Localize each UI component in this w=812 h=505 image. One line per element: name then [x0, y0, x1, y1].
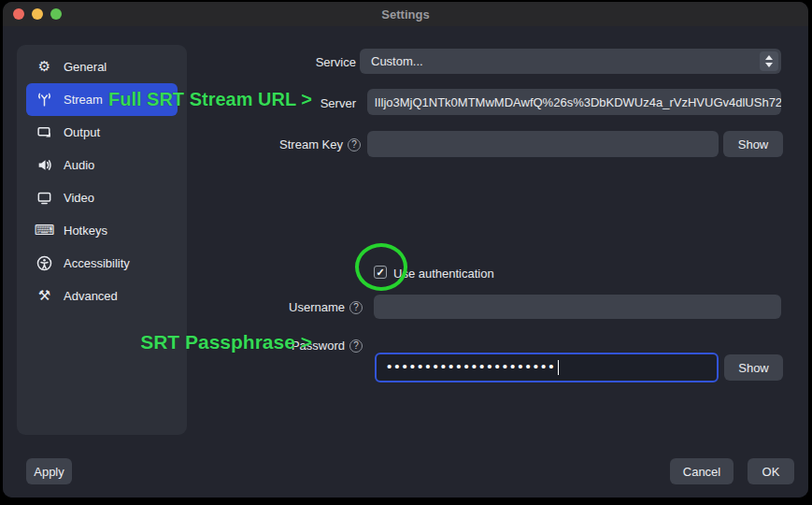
sidebar-item-accessibility[interactable]: Accessibility: [26, 247, 178, 280]
stream-key-labelwrap: Stream Key ?: [279, 137, 361, 152]
accessibility-icon: [36, 254, 53, 272]
password-annotation: SRT Passphrase >: [140, 331, 312, 354]
username-labelwrap: Username ?: [289, 300, 363, 314]
traffic-lights: [13, 8, 62, 20]
minimize-window-button[interactable]: [32, 8, 43, 20]
stream-key-show-button[interactable]: Show: [723, 131, 783, 157]
output-icon: [36, 123, 53, 141]
sidebar-item-video[interactable]: Video: [26, 181, 178, 214]
close-window-button[interactable]: [13, 8, 24, 20]
sidebar-item-label: Stream: [64, 93, 103, 107]
tools-icon: ⚒: [36, 287, 53, 305]
username-input[interactable]: [374, 295, 781, 319]
checkbox-highlight-circle: [355, 243, 407, 291]
chevron-up-down-icon[interactable]: [760, 51, 778, 71]
sidebar-item-hotkeys[interactable]: ⌨ Hotkeys: [26, 214, 178, 247]
service-label: Service: [316, 55, 356, 69]
sidebar-item-label: Hotkeys: [64, 224, 107, 238]
help-icon[interactable]: ?: [349, 301, 363, 314]
text-caret: [558, 360, 560, 375]
sidebar-item-label: Output: [64, 125, 100, 139]
server-input[interactable]: lIljo3MjQ1NTk0MTMwMDAwfQ%26s%3DbKDWUz4a_…: [367, 89, 781, 115]
help-icon[interactable]: ?: [348, 138, 361, 152]
username-label: Username: [289, 300, 345, 314]
cancel-button[interactable]: Cancel: [670, 458, 734, 484]
keyboard-icon: ⌨: [36, 222, 53, 239]
sidebar-item-label: General: [64, 60, 107, 74]
sidebar-item-output[interactable]: Output: [26, 116, 178, 149]
sidebar-item-advanced[interactable]: ⚒ Advanced: [26, 280, 178, 312]
stream-key-input[interactable]: [367, 131, 719, 157]
sidebar-item-general[interactable]: ⚙ General: [26, 50, 178, 83]
sidebar-item-label: Accessibility: [64, 256, 130, 270]
speaker-icon: [36, 156, 53, 174]
help-icon[interactable]: ?: [349, 339, 363, 353]
gear-icon: ⚙: [36, 58, 53, 76]
ok-button[interactable]: OK: [748, 458, 794, 484]
display-icon: [36, 189, 53, 207]
service-select[interactable]: Custom...: [360, 49, 781, 74]
settings-window: Settings ⚙ General Stream: [3, 2, 808, 498]
sidebar-item-label: Advanced: [64, 289, 118, 303]
stream-key-label: Stream Key: [279, 137, 343, 152]
server-annotation: Full SRT Stream URL >: [108, 89, 312, 110]
sidebar-item-label: Audio: [64, 158, 94, 172]
server-url-text: lIljo3MjQ1NTk0MTMwMDAwfQ%26s%3DbKDWUz4a_…: [375, 95, 781, 109]
apply-button[interactable]: Apply: [26, 458, 72, 484]
window-title: Settings: [381, 7, 429, 22]
password-show-button[interactable]: Show: [724, 354, 783, 381]
service-selected-value: Custom...: [371, 54, 423, 68]
server-label: Server: [321, 96, 356, 110]
desktop: Settings ⚙ General Stream: [0, 0, 812, 505]
zoom-window-button[interactable]: [50, 8, 62, 20]
sidebar-item-audio[interactable]: Audio: [26, 149, 178, 181]
password-input[interactable]: ••••••••••••••••••••••: [375, 353, 719, 382]
password-masked-text: ••••••••••••••••••••••: [387, 359, 557, 373]
titlebar[interactable]: Settings: [3, 2, 808, 26]
antenna-icon: [36, 91, 53, 108]
sidebar-item-label: Video: [64, 191, 94, 205]
use-authentication-label: Use authentication: [393, 267, 494, 281]
